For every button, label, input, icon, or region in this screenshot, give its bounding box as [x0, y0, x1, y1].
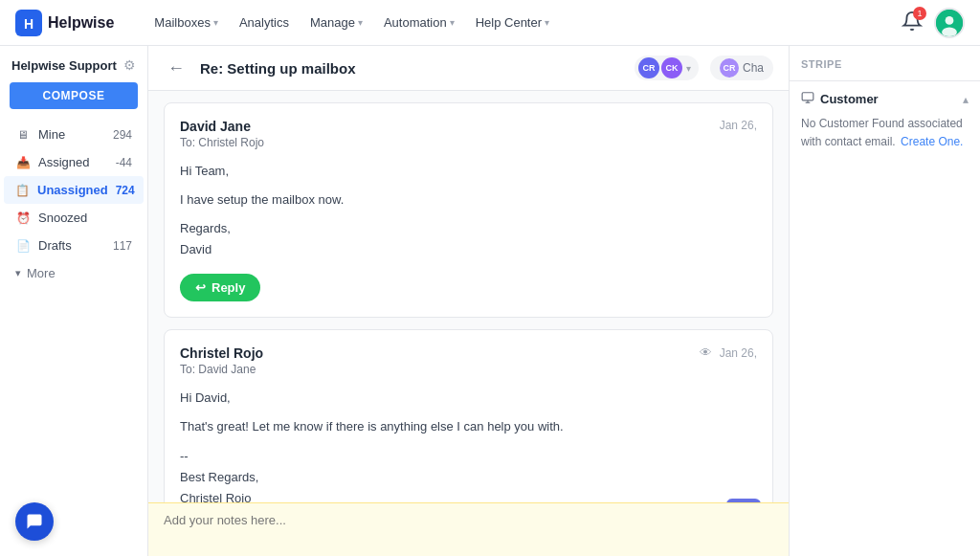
email-card-2: Christel Rojo 👁 Jan 26, To: David Jane H…: [164, 329, 773, 502]
chevron-down-icon: ▾: [213, 17, 218, 28]
thread-subject: Re: Setting up mailbox: [200, 60, 623, 77]
reply-icon-1: ↩: [195, 280, 206, 295]
sidebar-item-count: -44: [116, 156, 132, 169]
customer-header: Customer ▴: [801, 91, 969, 107]
nav-item-analytics[interactable]: Analytics: [230, 10, 299, 35]
chat-icon: [25, 512, 44, 531]
sidebar-title: Helpwise Support: [11, 58, 117, 73]
notes-area: [148, 502, 789, 556]
sidebar-item-label: Snoozed: [38, 211, 132, 225]
back-button[interactable]: ←: [164, 58, 189, 78]
top-nav: H Helpwise Mailboxes ▾ Analytics Manage …: [0, 0, 980, 46]
svg-point-3: [946, 16, 954, 25]
nav-items: Mailboxes ▾ Analytics Manage ▾ Automatio…: [145, 10, 902, 35]
nav-item-mailboxes[interactable]: Mailboxes ▾: [145, 10, 228, 35]
sender-name-1: David Jane: [180, 119, 251, 134]
stripe-label: STRIPE: [801, 58, 842, 70]
sidebar-item-label: Unassigned: [37, 183, 108, 197]
chevron-down-icon: ▾: [358, 17, 363, 28]
avatar-ck: CK: [661, 57, 682, 78]
sidebar-item-count: 724: [116, 184, 135, 197]
sender-name-2: Christel Rojo: [180, 345, 263, 361]
sidebar-item-assigned[interactable]: 📥 Assigned -44: [4, 148, 144, 176]
nav-item-helpcenter[interactable]: Help Center ▾: [466, 10, 559, 35]
eye-icon: 👁: [700, 345, 712, 360]
email-body-2: Hi David, That's great! Let me know if t…: [180, 388, 757, 502]
stripe-badge: S: [726, 499, 761, 502]
thread-messages: David Jane Jan 26, To: Christel Rojo Hi …: [148, 91, 789, 502]
thread-header: ← Re: Setting up mailbox CR CK ▾ CR Cha: [148, 46, 789, 91]
assign-label: Cha: [743, 61, 764, 75]
nav-right: 1: [902, 8, 965, 38]
logo-icon: H: [15, 10, 42, 36]
sidebar-item-unassigned[interactable]: 📋 Unassigned 724: [4, 176, 144, 204]
notification-button[interactable]: 1: [902, 11, 923, 34]
customer-icon: [801, 91, 814, 107]
chevron-up-icon[interactable]: ▴: [963, 93, 969, 106]
chevron-down-icon: ▾: [686, 63, 691, 74]
sidebar-item-mine[interactable]: 🖥 Mine 294: [4, 121, 144, 148]
notes-input[interactable]: [164, 513, 773, 544]
email-date-2: Jan 26,: [720, 346, 757, 360]
email-header-1: David Jane Jan 26,: [180, 119, 757, 134]
chevron-down-icon: ▾: [15, 267, 21, 279]
email-header-2: Christel Rojo 👁 Jan 26,: [180, 345, 757, 361]
sidebar-item-count: 117: [113, 239, 132, 253]
monitor-icon: 🖥: [15, 128, 31, 142]
notification-badge: 1: [913, 7, 926, 20]
user-avatar[interactable]: [934, 8, 965, 38]
email-card-1: David Jane Jan 26, To: Christel Rojo Hi …: [164, 102, 773, 318]
nav-item-manage[interactable]: Manage ▾: [301, 10, 372, 35]
chat-bubble[interactable]: [15, 502, 54, 541]
sidebar-item-label: Assigned: [38, 155, 108, 169]
sidebar-more[interactable]: ▾ More: [4, 259, 144, 287]
sidebar-item-label: Drafts: [38, 238, 105, 253]
compose-button[interactable]: COMPOSE: [10, 82, 138, 109]
chevron-down-icon: ▾: [450, 17, 455, 28]
avatar-cha: CR: [720, 58, 739, 78]
email-date-1: Jan 26,: [720, 119, 757, 132]
email-to-1: To: Christel Rojo: [180, 136, 757, 149]
avatar-cr: CR: [638, 57, 659, 78]
sidebar-item-drafts[interactable]: 📄 Drafts 117: [4, 232, 144, 259]
clock-icon: ⏰: [15, 211, 31, 225]
document-icon: 📄: [15, 239, 31, 253]
sidebar-item-snoozed[interactable]: ⏰ Snoozed: [4, 204, 144, 232]
assign-button[interactable]: CR Cha: [710, 56, 773, 80]
logo-text: Helpwise: [48, 14, 114, 32]
sidebar-item-count: 294: [113, 128, 132, 142]
clipboard-icon: 📋: [15, 184, 30, 197]
create-one-link[interactable]: Create One.: [901, 135, 963, 148]
right-panel-header: STRIPE: [790, 46, 980, 81]
right-panel: STRIPE Customer ▴ No Customer Found asso…: [789, 46, 980, 556]
email-body-1: Hi Team, I have setup the mailbox now. R…: [180, 161, 757, 260]
sidebar-item-label: Mine: [38, 127, 105, 142]
email-thread: ← Re: Setting up mailbox CR CK ▾ CR Cha …: [148, 46, 789, 556]
logo[interactable]: H Helpwise: [15, 10, 114, 36]
inbox-icon: 📥: [15, 156, 31, 169]
no-customer-text: No Customer Found associated with contac…: [801, 115, 969, 151]
nav-item-automation[interactable]: Automation ▾: [374, 10, 464, 35]
sidebar-header: Helpwise Support ⚙: [0, 57, 147, 82]
gear-icon[interactable]: ⚙: [123, 57, 136, 73]
svg-text:H: H: [24, 16, 33, 32]
customer-section: Customer ▴ No Customer Found associated …: [790, 81, 980, 161]
chevron-down-icon: ▾: [545, 17, 549, 28]
reply-button-1[interactable]: ↩ Reply: [180, 274, 260, 301]
customer-title: Customer: [801, 91, 879, 107]
svg-rect-5: [802, 93, 813, 100]
svg-point-4: [942, 27, 957, 37]
more-label: More: [27, 266, 56, 280]
sidebar: Helpwise Support ⚙ COMPOSE 🖥 Mine 294 📥 …: [0, 46, 148, 556]
assignee-group[interactable]: CR CK ▾: [635, 56, 699, 80]
email-to-2: To: David Jane: [180, 363, 757, 376]
